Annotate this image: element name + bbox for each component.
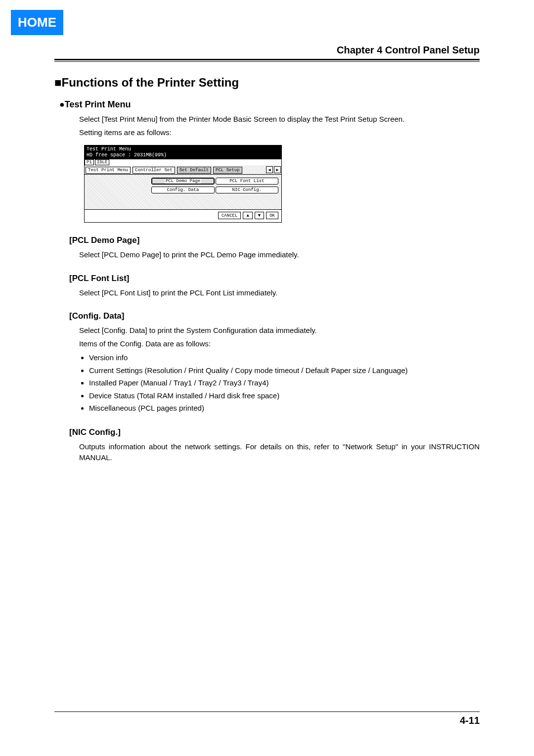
lcd-status-row: P1 IDLE bbox=[85, 159, 281, 165]
lcd-ok-btn: OK bbox=[266, 212, 278, 219]
lcd-hd-line: HD free space : 2031MB(99%) bbox=[87, 152, 279, 158]
list-item: Device Status (Total RAM installed / Har… bbox=[89, 389, 480, 402]
lcd-body: PCL Demo Page Config. Data PCL Font List… bbox=[85, 175, 281, 209]
item-heading-nic-config: [NIC Config.] bbox=[69, 427, 480, 437]
intro-paragraph-1: Select [Test Print Menu] from the Printe… bbox=[79, 114, 480, 125]
item-heading-config-data: [Config. Data] bbox=[69, 311, 480, 321]
lcd-status-idle: IDLE bbox=[95, 159, 110, 165]
lcd-title: Test Print Menu bbox=[87, 146, 279, 152]
item-heading-pcl-demo: [PCL Demo Page] bbox=[69, 236, 480, 245]
lcd-tabs: Test Print Menu Controller Set Set Defau… bbox=[85, 165, 281, 175]
lcd-tab-pcl-setup: PCL Setup bbox=[213, 167, 242, 174]
lcd-cancel-btn: CANCEL bbox=[218, 212, 241, 219]
sub-heading: ●Test Print Menu bbox=[59, 99, 480, 110]
lcd-nav-right-icon: ▶ bbox=[274, 166, 281, 173]
header-rule bbox=[54, 59, 480, 62]
page-number: 4-11 bbox=[54, 715, 480, 726]
item-text-pcl-demo: Select [PCL Demo Page] to print the PCL … bbox=[79, 249, 480, 261]
lcd-header: Test Print Menu HD free space : 2031MB(9… bbox=[85, 145, 281, 159]
lcd-footer: CANCEL ▲ ▼ OK bbox=[85, 209, 281, 222]
lcd-btn-pcl-font: PCL Font List bbox=[216, 178, 278, 185]
item-heading-pcl-font: [PCL Font List] bbox=[69, 274, 480, 284]
list-item: Miscellaneous (PCL pages printed) bbox=[89, 402, 480, 415]
lcd-tab-set-default: Set Default bbox=[177, 167, 211, 174]
list-item: Version info bbox=[89, 351, 480, 364]
lcd-btn-nic-config: NIC Config. bbox=[216, 187, 278, 193]
list-item: Current Settings (Resolution / Print Qua… bbox=[89, 364, 480, 377]
main-heading: ■Functions of the Printer Setting bbox=[54, 76, 480, 90]
page-footer: 4-11 bbox=[54, 711, 480, 726]
lcd-up-icon: ▲ bbox=[243, 212, 252, 219]
chapter-title: Chapter 4 Control Panel Setup bbox=[54, 45, 480, 56]
home-button[interactable]: HOME bbox=[11, 10, 63, 35]
lcd-nav-left-icon: ◀ bbox=[266, 166, 273, 173]
page-content: Chapter 4 Control Panel Setup ■Functions… bbox=[54, 45, 480, 464]
lcd-tab-controller-set: Controller Set bbox=[133, 167, 175, 174]
item-text-pcl-font: Select [PCL Font List] to print the PCL … bbox=[79, 287, 480, 299]
lcd-status-p1: P1 bbox=[85, 159, 94, 165]
lcd-screenshot: Test Print Menu HD free space : 2031MB(9… bbox=[84, 145, 282, 223]
list-item: Installed Paper (Manual / Tray1 / Tray2 … bbox=[89, 377, 480, 389]
item-text-config-1: Select [Config. Data] to print the Syste… bbox=[79, 325, 480, 336]
config-list: Version info Current Settings (Resolutio… bbox=[89, 351, 480, 415]
footer-rule bbox=[54, 711, 480, 712]
lcd-tab-test-print: Test Print Menu bbox=[86, 167, 131, 174]
lcd-btn-pcl-demo: PCL Demo Page bbox=[151, 178, 214, 185]
lcd-btn-config-data: Config. Data bbox=[151, 187, 214, 193]
item-text-nic: Outputs information about the network se… bbox=[79, 441, 480, 464]
item-text-config-2: Items of the Config. Data are as follows… bbox=[79, 338, 480, 350]
lcd-down-icon: ▼ bbox=[255, 212, 264, 219]
intro-paragraph-2: Setting items are as follows: bbox=[79, 127, 480, 139]
